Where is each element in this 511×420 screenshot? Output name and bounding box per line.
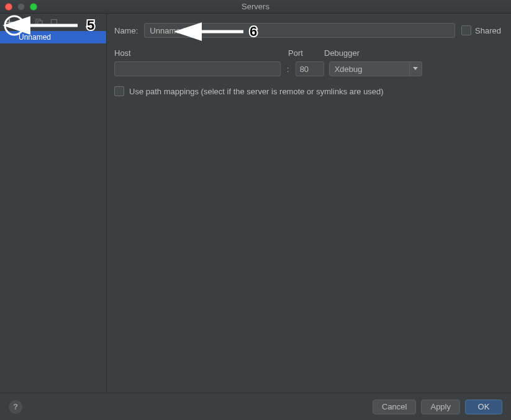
port-input[interactable]: [296, 61, 324, 76]
cancel-button[interactable]: Cancel: [373, 400, 416, 414]
plus-icon: [5, 18, 14, 27]
help-button[interactable]: ?: [9, 400, 22, 414]
traffic-lights: [5, 3, 37, 11]
shared-label: Shared: [475, 26, 501, 35]
import-icon: [50, 18, 58, 27]
content: Unnamed Name: Shared Host Port Debugger …: [0, 14, 511, 393]
copy-icon: [35, 18, 43, 27]
host-port-inputs: : Xdebug: [114, 61, 501, 76]
import-server-button[interactable]: [47, 16, 61, 29]
help-icon: ?: [13, 402, 18, 411]
remove-server-button[interactable]: [17, 16, 31, 29]
server-list-item[interactable]: Unnamed: [0, 31, 106, 43]
host-input[interactable]: [114, 61, 281, 76]
path-mappings-row[interactable]: Use path mappings (select if the server …: [114, 86, 501, 96]
add-server-button[interactable]: [2, 16, 16, 29]
zoom-window-button[interactable]: [30, 3, 37, 11]
window-title: Servers: [242, 2, 269, 11]
debugger-label: Debugger: [324, 48, 501, 58]
path-mappings-checkbox[interactable]: [114, 86, 124, 96]
shared-checkbox[interactable]: [461, 25, 471, 35]
host-port-labels: Host Port Debugger: [114, 48, 501, 58]
debugger-select-value: Xdebug: [330, 65, 409, 74]
bottom-bar: ? Cancel Apply OK: [0, 393, 511, 420]
debugger-select[interactable]: Xdebug: [329, 61, 422, 76]
host-label: Host: [114, 48, 288, 58]
apply-button[interactable]: Apply: [421, 400, 460, 414]
sidebar: Unnamed: [0, 14, 107, 393]
ok-button[interactable]: OK: [465, 400, 502, 414]
debugger-select-toggle[interactable]: [409, 62, 422, 76]
svg-rect-1: [38, 21, 42, 26]
ok-button-label: OK: [478, 402, 490, 411]
name-row: Name: Shared: [114, 21, 501, 40]
name-input[interactable]: [144, 23, 455, 38]
port-label: Port: [288, 48, 324, 58]
sidebar-toolbar: [0, 14, 106, 31]
server-list-item-label: Unnamed: [19, 33, 51, 42]
apply-button-label: Apply: [430, 402, 451, 411]
close-window-button[interactable]: [5, 3, 12, 11]
cancel-button-label: Cancel: [382, 402, 407, 411]
minus-icon: [20, 18, 29, 27]
main-panel: Name: Shared Host Port Debugger : Xdebug: [107, 14, 511, 393]
copy-server-button[interactable]: [32, 16, 46, 29]
minimize-window-button[interactable]: [17, 3, 25, 11]
titlebar: Servers: [0, 0, 511, 14]
shared-checkbox-wrap[interactable]: Shared: [461, 25, 501, 35]
server-list: Unnamed: [0, 31, 106, 393]
name-label: Name:: [114, 26, 138, 35]
host-port-separator: :: [286, 65, 291, 74]
chevron-down-icon: [413, 67, 418, 71]
svg-rect-2: [52, 20, 57, 25]
path-mappings-label: Use path mappings (select if the server …: [129, 87, 384, 96]
